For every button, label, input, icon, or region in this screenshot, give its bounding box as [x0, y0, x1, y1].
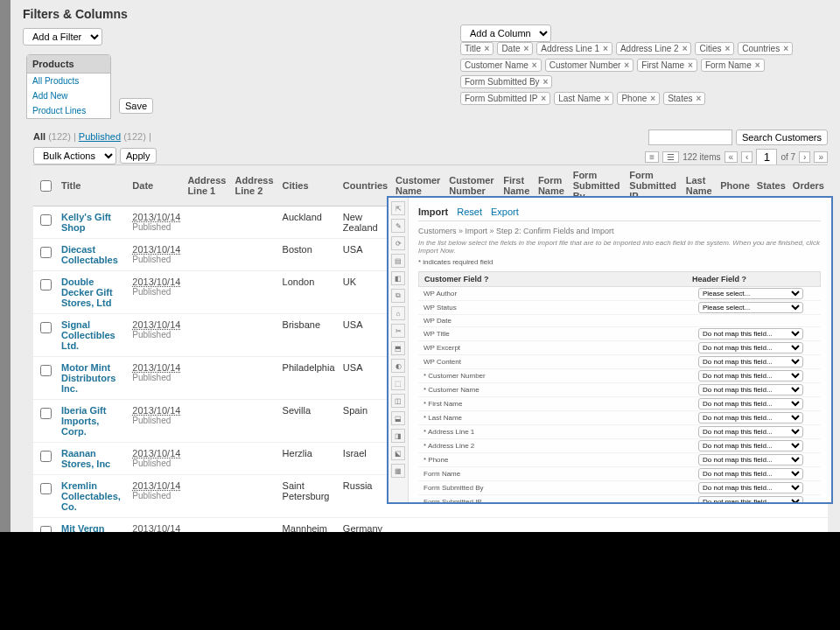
tool-icon[interactable]: ⇱ [391, 201, 405, 215]
sidebar-link[interactable]: Product Lines [27, 103, 110, 118]
tool-icon[interactable]: ▦ [391, 464, 405, 478]
column-header[interactable]: Countries [340, 165, 392, 206]
remove-chip-icon[interactable]: × [783, 44, 788, 53]
field-map-select[interactable]: Please select... [698, 288, 803, 299]
remove-chip-icon[interactable]: × [532, 60, 537, 70]
tool-icon[interactable]: ⧉ [391, 289, 405, 303]
row-checkbox[interactable] [40, 408, 52, 419]
remove-chip-icon[interactable]: × [485, 44, 490, 53]
modal-tab[interactable]: Import [418, 206, 448, 217]
tool-icon[interactable]: ⬚ [391, 376, 405, 390]
remove-chip-icon[interactable]: × [688, 60, 693, 70]
published-filter[interactable]: Published [79, 131, 121, 142]
apply-button[interactable]: Apply [120, 148, 157, 164]
row-title[interactable]: Motor Mint Distributors Inc. [61, 362, 116, 394]
next-page-button[interactable]: › [799, 151, 810, 163]
field-map-select[interactable]: Do not map this field... [698, 370, 803, 382]
tool-icon[interactable]: ◫ [391, 394, 405, 408]
remove-chip-icon[interactable]: × [682, 44, 688, 53]
remove-chip-icon[interactable]: × [603, 44, 608, 53]
search-input[interactable] [648, 130, 732, 145]
tool-icon[interactable]: ◨ [391, 429, 405, 443]
row-checkbox[interactable] [40, 322, 52, 333]
row-title[interactable]: Kelly's Gift Shop [61, 212, 111, 233]
required-note: * indicates required field [418, 258, 821, 266]
select-all-checkbox[interactable] [40, 180, 52, 192]
page-input[interactable] [756, 149, 777, 165]
row-checkbox[interactable] [40, 214, 52, 226]
sidebar-link[interactable]: All Products [27, 74, 110, 88]
remove-chip-icon[interactable]: × [696, 94, 702, 103]
remove-chip-icon[interactable]: × [650, 94, 655, 103]
field-map-select[interactable]: Do not map this field... [698, 384, 803, 396]
field-map-select[interactable]: Do not map this field... [698, 412, 803, 424]
field-map-select[interactable]: Do not map this field... [698, 440, 803, 452]
sidebar-link[interactable]: Add New [27, 88, 110, 103]
remove-chip-icon[interactable]: × [624, 60, 629, 70]
remove-chip-icon[interactable]: × [755, 60, 760, 70]
view-list-icon[interactable]: ≡ [645, 151, 659, 163]
last-page-button[interactable]: » [814, 151, 828, 163]
add-column-select[interactable]: Add a Column [460, 24, 551, 42]
tool-icon[interactable]: ⬕ [391, 446, 405, 460]
column-header[interactable] [33, 165, 58, 206]
first-page-button[interactable]: « [724, 151, 738, 163]
field-map-row: * Address Line 2Do not map this field... [418, 439, 821, 453]
column-header[interactable]: Address Line 2 [232, 165, 279, 206]
field-map-row: Form Submitted ByDo not map this field..… [418, 481, 821, 495]
row-title[interactable]: Mit Vergn [61, 523, 105, 532]
row-checkbox[interactable] [40, 279, 52, 290]
field-map-select[interactable]: Do not map this field... [698, 356, 803, 368]
field-map-select[interactable]: Please select... [698, 302, 803, 313]
add-filter-select[interactable]: Add a Filter [23, 28, 102, 46]
field-map-select[interactable]: Do not map this field... [698, 342, 803, 354]
search-button[interactable]: Search Customers [736, 130, 828, 145]
tool-icon[interactable]: ⟳ [391, 236, 405, 250]
field-map-select[interactable]: Do not map this field... [698, 496, 803, 502]
row-title[interactable]: Diecast Collectables [61, 244, 118, 265]
column-header[interactable]: Title [58, 165, 129, 206]
column-header[interactable]: Address Line 1 [184, 165, 231, 206]
row-title[interactable]: Raanan Stores, Inc [61, 448, 110, 469]
field-map-row: * Last NameDo not map this field... [418, 411, 821, 425]
tool-icon[interactable]: ◧ [391, 271, 405, 285]
row-checkbox[interactable] [40, 365, 52, 376]
modal-tab[interactable]: Reset [457, 206, 482, 217]
field-map-select[interactable]: Do not map this field... [698, 328, 803, 340]
row-checkbox[interactable] [40, 526, 52, 532]
field-map-row: WP Date [418, 315, 821, 327]
tool-icon[interactable]: ✂ [391, 324, 405, 338]
save-button[interactable]: Save [119, 98, 153, 114]
products-menu-title: Products [27, 55, 110, 74]
prev-page-button[interactable]: ‹ [741, 151, 752, 163]
bulk-actions-select[interactable]: Bulk Actions [33, 147, 116, 164]
row-title[interactable]: Signal Collectibles Ltd. [61, 319, 116, 351]
column-header[interactable]: Date [129, 165, 184, 206]
row-title[interactable]: Double Decker Gift Stores, Ltd [61, 276, 113, 308]
field-map-select[interactable]: Do not map this field... [698, 468, 803, 480]
tool-icon[interactable]: ⬒ [391, 341, 405, 355]
field-map-select[interactable]: Do not map this field... [698, 398, 803, 410]
tool-icon[interactable]: ⬓ [391, 411, 405, 425]
row-checkbox[interactable] [40, 451, 52, 462]
remove-chip-icon[interactable]: × [605, 94, 610, 103]
modal-tab[interactable]: Export [491, 206, 519, 217]
view-excerpt-icon[interactable]: ☰ [662, 151, 679, 163]
remove-chip-icon[interactable]: × [543, 77, 549, 87]
remove-chip-icon[interactable]: × [524, 44, 529, 53]
field-label: WP Title [418, 328, 698, 340]
tool-icon[interactable]: ◐ [391, 359, 405, 373]
field-map-select[interactable]: Do not map this field... [698, 482, 803, 494]
row-title[interactable]: Kremlin Collectables, Co. [61, 480, 121, 512]
tool-icon[interactable]: ⌂ [391, 306, 405, 320]
remove-chip-icon[interactable]: × [724, 44, 730, 53]
row-checkbox[interactable] [40, 483, 52, 494]
row-title[interactable]: Iberia Gift Imports, Corp. [61, 405, 106, 437]
field-map-select[interactable]: Do not map this field... [698, 454, 803, 466]
row-checkbox[interactable] [40, 247, 52, 258]
tool-icon[interactable]: ✎ [391, 219, 405, 233]
tool-icon[interactable]: ▤ [391, 254, 405, 268]
field-map-select[interactable]: Do not map this field... [698, 426, 803, 438]
remove-chip-icon[interactable]: × [541, 94, 546, 103]
column-header[interactable]: Cities [279, 165, 340, 206]
